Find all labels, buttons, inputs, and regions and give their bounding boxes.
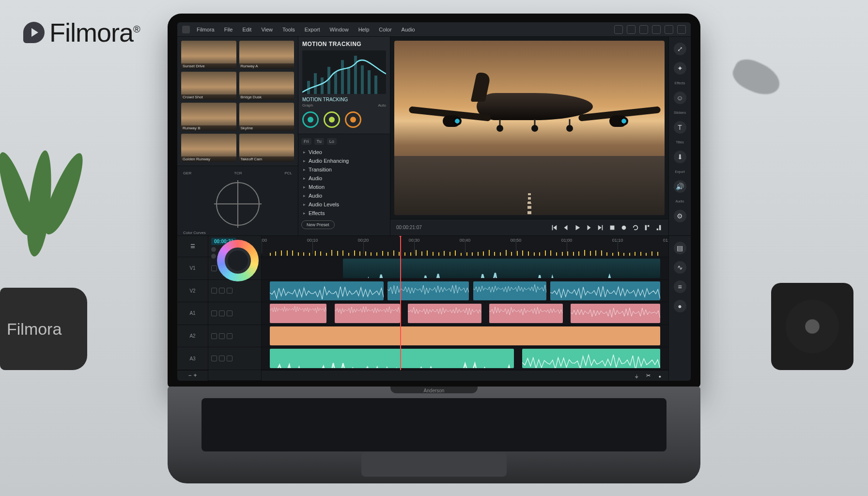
track-mute-icon[interactable] (211, 356, 217, 361)
track-head[interactable]: V1 (177, 257, 208, 280)
menu-export[interactable]: Export (302, 26, 323, 33)
media-thumb[interactable] (239, 134, 294, 162)
wave-icon[interactable]: ∿ (674, 261, 686, 274)
loop-icon[interactable] (632, 224, 639, 232)
mic-icon[interactable]: ● (674, 300, 686, 312)
gear-icon[interactable]: ⚙ (674, 210, 686, 222)
timeline-clip[interactable] (270, 326, 660, 346)
track-lock-icon[interactable] (219, 356, 225, 361)
timeline-clip[interactable] (270, 281, 384, 301)
zoom-in-button[interactable]: + (194, 372, 197, 379)
timeline-track[interactable] (262, 280, 668, 303)
stop-icon[interactable] (608, 224, 616, 232)
tracking-scope-icon[interactable] (216, 182, 260, 226)
effect-item[interactable]: Audio Enhancing (301, 156, 387, 165)
title-icon[interactable]: T (674, 121, 686, 134)
menu-file[interactable]: File (221, 26, 236, 33)
playhead[interactable] (400, 236, 401, 381)
track-head[interactable]: V2 (177, 280, 208, 303)
track-mute-icon[interactable] (211, 265, 217, 271)
menu-color[interactable]: Color (376, 26, 394, 33)
media-thumb[interactable] (239, 72, 294, 100)
record-icon[interactable] (620, 224, 628, 232)
effect-item[interactable]: Audio (301, 174, 387, 183)
effect-item[interactable]: Motion (301, 183, 387, 191)
track-lock-icon[interactable] (219, 333, 225, 339)
timeline-clip[interactable] (270, 304, 327, 323)
timeline-track[interactable] (262, 257, 668, 280)
eff-tab[interactable]: Tu (314, 138, 324, 145)
menu-audio[interactable]: Audio (399, 26, 418, 33)
media-thumb[interactable] (181, 72, 236, 100)
menu-window[interactable]: Window (327, 26, 352, 33)
save-icon[interactable] (614, 25, 623, 34)
mixer-icon[interactable]: ≡ (674, 280, 686, 293)
track-head[interactable]: A3 (177, 347, 208, 370)
track-eye-icon[interactable] (227, 288, 232, 294)
track-lock-icon[interactable] (219, 310, 225, 316)
timeline-track[interactable] (262, 325, 668, 348)
redo-icon[interactable] (639, 25, 648, 34)
marker-icon[interactable]: ⬥ (656, 372, 664, 380)
media-thumb[interactable] (181, 103, 236, 131)
timeline-track[interactable] (262, 302, 668, 325)
track-mute-icon[interactable] (211, 310, 217, 316)
knob-teal[interactable] (302, 111, 319, 128)
frame-fwd-icon[interactable] (585, 224, 593, 232)
track-eye-icon[interactable] (227, 333, 232, 339)
knob-lime[interactable] (324, 111, 340, 128)
mark-out-icon[interactable] (655, 224, 663, 232)
download-icon[interactable]: ⬇ (674, 151, 686, 163)
effect-item[interactable]: Transition (301, 165, 387, 174)
timeline-track[interactable] (262, 347, 668, 370)
expand-icon[interactable]: ⤢ (674, 43, 686, 55)
track-head[interactable]: A1 (177, 302, 208, 325)
track-mute-icon[interactable] (211, 333, 217, 339)
preview-monitor[interactable] (394, 41, 665, 215)
media-thumb[interactable] (181, 41, 236, 69)
timeline-tracks-area[interactable]: 00:0000:1000:2000:3000:4000:5001:0001:10… (262, 236, 668, 381)
effect-item[interactable]: Audio Levels (301, 200, 387, 209)
layers-icon[interactable]: ▤ (674, 242, 686, 254)
color-wheel[interactable] (217, 240, 259, 281)
zoom-out-button[interactable]: − (188, 372, 191, 379)
speaker-icon[interactable]: 🔊 (674, 180, 686, 193)
play-icon[interactable] (574, 224, 581, 232)
track-eye-icon[interactable] (227, 310, 232, 316)
new-preset-button[interactable]: New Preset (301, 220, 335, 229)
timeline-clip[interactable] (473, 281, 546, 301)
sticker-icon[interactable]: ☺ (674, 92, 686, 104)
menu-edit[interactable]: Edit (239, 26, 254, 33)
settings-icon[interactable] (665, 25, 673, 34)
timeline-clip[interactable] (550, 281, 660, 301)
menu-tools[interactable]: Tools (279, 26, 298, 33)
export-icon[interactable] (652, 25, 661, 34)
timeline-clip[interactable] (270, 349, 514, 368)
media-thumb[interactable] (181, 134, 236, 162)
effect-item[interactable]: Audio (301, 191, 387, 200)
scissors-icon[interactable]: ✂ (644, 372, 652, 380)
motion-graph[interactable] (302, 50, 386, 94)
menu-view[interactable]: View (258, 26, 276, 33)
menu-help[interactable]: Help (356, 26, 372, 33)
magnet-icon[interactable]: ⏚ (633, 372, 640, 380)
sparkle-icon[interactable]: ✦ (674, 62, 686, 75)
track-lock-icon[interactable] (219, 288, 225, 294)
track-eye-icon[interactable] (227, 356, 232, 361)
fullscreen-icon[interactable] (677, 25, 686, 34)
knob-orange[interactable] (345, 111, 361, 128)
menu-app[interactable]: Filmora (194, 26, 217, 33)
timeline-options-icon[interactable]: ☰ (177, 236, 208, 257)
timeline-clip[interactable] (335, 304, 400, 323)
media-thumb[interactable] (239, 103, 294, 131)
eff-tab[interactable]: Lo (327, 138, 337, 145)
mark-in-icon[interactable] (643, 224, 651, 232)
timeline-clip[interactable] (522, 349, 661, 368)
skip-back-icon[interactable] (550, 224, 558, 232)
media-thumb[interactable] (239, 41, 294, 69)
timeline-clip[interactable] (489, 304, 562, 323)
frame-back-icon[interactable] (562, 224, 570, 232)
timeline-clip[interactable] (343, 259, 660, 278)
track-head[interactable]: A2 (177, 325, 208, 348)
timeline-clip[interactable] (408, 304, 481, 323)
